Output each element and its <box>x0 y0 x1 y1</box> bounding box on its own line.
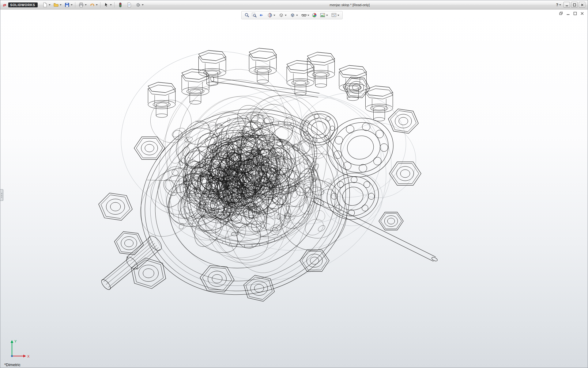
edit-appearance-ball-icon <box>312 13 317 18</box>
undo-arrow-icon <box>90 2 95 7</box>
maximize-icon <box>573 12 577 15</box>
triad-x-label: X <box>27 355 30 358</box>
toolbar-separator <box>75 2 75 8</box>
toolbar-separator <box>114 2 115 8</box>
hide-show-glasses-icon <box>301 13 307 18</box>
dropdown-caret[interactable] <box>96 4 98 6</box>
file-properties-button[interactable] <box>125 2 134 8</box>
view-orientation-label: *Dimetric <box>4 362 21 367</box>
zoom-to-fit-button[interactable] <box>244 12 250 18</box>
new-button[interactable] <box>41 2 51 8</box>
close-icon <box>580 12 584 15</box>
minimize-icon <box>565 3 568 6</box>
app-name: SOLIDWORKS <box>10 3 35 7</box>
help-button[interactable]: ? <box>555 3 562 7</box>
undo-button[interactable] <box>88 2 99 8</box>
view-orientation-button[interactable] <box>277 12 288 18</box>
save-floppy-icon <box>65 2 70 7</box>
restore-icon <box>559 12 563 15</box>
close-button[interactable] <box>579 2 585 8</box>
wireframe-model[interactable] <box>0 10 588 368</box>
dropdown-caret[interactable] <box>337 15 339 16</box>
edit-appearance-button[interactable] <box>311 12 318 18</box>
maximize-icon <box>573 3 576 6</box>
doc-restore-button[interactable] <box>558 11 564 16</box>
dropdown-caret[interactable] <box>85 4 87 6</box>
view-orientation-cube-icon <box>279 13 284 18</box>
left-panel-handle[interactable] <box>0 189 3 201</box>
doc-maximize-button[interactable] <box>572 11 578 16</box>
open-folder-icon <box>54 2 58 7</box>
solidworks-logo-icon <box>2 3 7 7</box>
previous-view-button[interactable] <box>258 12 265 18</box>
help-label: ? <box>556 3 558 7</box>
dropdown-caret[interactable] <box>273 15 275 16</box>
new-document-icon <box>43 2 47 7</box>
dropdown-caret[interactable] <box>285 15 287 16</box>
solidworks-logo: SOLIDWORKS <box>0 2 41 7</box>
solidworks-badge: SOLIDWORKS <box>8 2 38 7</box>
display-style-button[interactable] <box>288 12 299 18</box>
main-toolbar <box>41 2 145 8</box>
options-gear-icon <box>136 2 141 7</box>
maximize-button[interactable] <box>571 2 578 8</box>
close-icon <box>581 3 584 6</box>
open-button[interactable] <box>52 2 62 8</box>
zoom-to-area-icon <box>252 13 257 18</box>
select-cursor-icon <box>104 2 109 7</box>
zoom-to-fit-icon <box>244 13 250 18</box>
minimize-button[interactable] <box>564 2 570 8</box>
dropdown-caret[interactable] <box>307 15 309 16</box>
view-settings-icon <box>331 13 337 18</box>
doc-minimize-button[interactable] <box>565 11 571 16</box>
toolbar-separator <box>100 2 100 8</box>
zoom-to-area-button[interactable] <box>251 12 258 18</box>
minimize-icon <box>566 12 570 15</box>
hide-show-items-button[interactable] <box>300 12 310 18</box>
select-button[interactable] <box>102 2 113 8</box>
rebuild-button[interactable] <box>116 2 125 8</box>
document-title: menjac sklop * [Read-only] <box>145 3 555 7</box>
dropdown-caret[interactable] <box>296 15 298 16</box>
titlebar: SOLIDWORKS <box>0 0 588 10</box>
file-properties-icon <box>127 2 132 7</box>
options-button[interactable] <box>134 2 145 8</box>
triad-y-label: Y <box>14 339 17 343</box>
previous-view-icon <box>259 13 264 18</box>
dropdown-caret[interactable] <box>326 15 328 16</box>
section-view-button[interactable] <box>266 12 276 18</box>
solidworks-window: SOLIDWORKS <box>0 0 588 368</box>
print-icon <box>79 2 84 7</box>
display-style-icon <box>290 13 295 18</box>
dropdown-caret[interactable] <box>60 4 62 6</box>
dropdown-caret[interactable] <box>142 4 144 6</box>
dropdown-caret[interactable] <box>71 4 73 6</box>
dropdown-caret[interactable] <box>559 4 561 6</box>
titlebar-controls: ? <box>555 2 588 8</box>
apply-scene-icon <box>320 13 325 18</box>
dropdown-caret[interactable] <box>110 4 112 6</box>
document-window-controls <box>558 11 585 16</box>
print-button[interactable] <box>77 2 88 8</box>
heads-up-toolbar <box>241 11 343 19</box>
view-settings-button[interactable] <box>330 12 340 18</box>
section-view-icon <box>267 13 273 18</box>
apply-scene-button[interactable] <box>318 12 329 18</box>
dropdown-caret[interactable] <box>49 4 51 6</box>
rebuild-stoplight-icon <box>118 2 123 7</box>
orientation-triad: Y X <box>6 338 34 360</box>
graphics-viewport[interactable]: Y X *Dimetric <box>0 10 588 368</box>
doc-close-button[interactable] <box>579 11 585 16</box>
save-button[interactable] <box>63 2 74 8</box>
